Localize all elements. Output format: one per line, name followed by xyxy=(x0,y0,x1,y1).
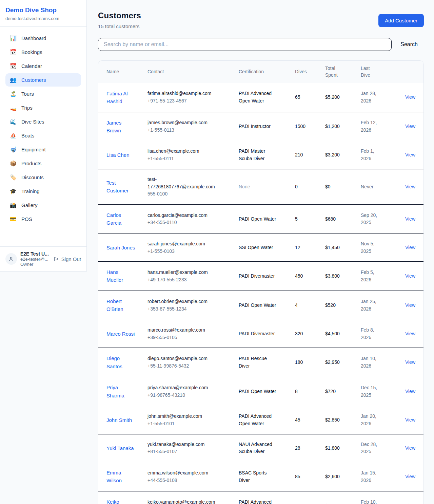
customer-name-link[interactable]: Fatima Al-Rashid xyxy=(106,90,136,106)
customer-certification: PADI Advanced Open Water xyxy=(239,499,279,504)
sidebar-item-discounts[interactable]: 🏷️ Discounts xyxy=(5,171,81,184)
view-link[interactable]: View xyxy=(405,216,415,222)
col-header-contact: Contact xyxy=(147,61,239,83)
nav-label: Equipment xyxy=(21,147,46,152)
customer-last-dive: Sep 20, 2025 xyxy=(361,212,381,226)
view-link[interactable]: View xyxy=(405,503,415,504)
sidebar-item-dashboard[interactable]: 📊 Dashboard xyxy=(5,32,81,45)
customer-count: 15 total customers xyxy=(98,23,141,29)
nav-label: Dashboard xyxy=(21,35,46,41)
col-header-action xyxy=(397,61,423,83)
view-link[interactable]: View xyxy=(405,359,415,365)
view-link[interactable]: View xyxy=(405,302,415,308)
customer-dives: 4 xyxy=(295,291,325,320)
view-link[interactable]: View xyxy=(405,445,415,451)
view-link[interactable]: View xyxy=(405,245,415,250)
customer-total-spent: $680 xyxy=(325,204,361,234)
customer-phone: +49-170-555-2233 xyxy=(147,276,236,284)
table-row: Sarah Jones sarah.jones@example.com +1-5… xyxy=(98,234,423,261)
add-customer-button[interactable]: Add Customer xyxy=(378,14,424,27)
sidebar-item-customers[interactable]: 👥 Customers xyxy=(5,73,81,87)
customer-name-link[interactable]: Hans Mueller xyxy=(106,268,136,284)
nav-label: Discounts xyxy=(21,174,44,180)
customer-last-dive: Jan 15, 2026 xyxy=(361,469,381,484)
nav-label: Bookings xyxy=(21,49,42,55)
customer-name-link[interactable]: Test Customer xyxy=(106,179,136,195)
customer-phone: +44-555-0108 xyxy=(147,477,236,484)
customer-dives: 0 xyxy=(295,169,325,204)
avatar xyxy=(5,253,17,265)
sidebar: Demo Dive Shop demo.test.divestreams.com… xyxy=(0,0,87,272)
customer-total-spent: $1,800 xyxy=(325,434,361,462)
customer-name-link[interactable]: Lisa Chen xyxy=(106,151,130,159)
customer-last-dive: Feb 1, 2026 xyxy=(361,148,381,162)
table-row: Marco Rossi marco.rossi@example.com +39-… xyxy=(98,320,423,348)
view-link[interactable]: View xyxy=(405,124,415,129)
customer-name-link[interactable]: John Smith xyxy=(106,416,132,424)
customer-email: marco.rossi@example.com xyxy=(147,326,205,334)
search-button[interactable]: Search xyxy=(392,41,424,48)
customer-name-link[interactable]: James Brown xyxy=(106,119,136,135)
sign-out-button[interactable]: Sign Out xyxy=(54,256,81,262)
sidebar-item-trips[interactable]: 🚤 Trips xyxy=(5,101,81,114)
search-input[interactable] xyxy=(98,38,392,51)
people-icon: 👥 xyxy=(9,77,17,83)
customer-name-link[interactable]: Marco Rossi xyxy=(106,330,135,338)
sidebar-item-calendar[interactable]: 📆 Calendar xyxy=(5,59,81,73)
table-row: Robert O'Brien robert.obrien@example.com… xyxy=(98,291,423,320)
sidebar-item-products[interactable]: 📦 Products xyxy=(5,157,81,170)
col-header-last-dive: Last Dive xyxy=(361,61,397,83)
sidebar-item-bookings[interactable]: 📅 Bookings xyxy=(5,45,81,59)
table-row: Hans Mueller hans.mueller@example.com +4… xyxy=(98,262,423,291)
customer-name-link[interactable]: Diego Santos xyxy=(106,354,136,370)
user-area: E2E Test U... e2e-tester@... Owner Sign … xyxy=(0,246,86,271)
customer-total-spent: $3,200 xyxy=(325,141,361,169)
view-link[interactable]: View xyxy=(405,152,415,157)
table-row: Priya Sharma priya.sharma@example.com +9… xyxy=(98,377,423,406)
customer-name-link[interactable]: Priya Sharma xyxy=(106,384,136,399)
customer-name-link[interactable]: Keiko Yamamoto xyxy=(106,498,136,504)
customer-last-dive: Jan 10, 2026 xyxy=(361,355,381,370)
customer-total-spent: $0 xyxy=(325,169,361,204)
sidebar-item-gallery[interactable]: 📸 Gallery xyxy=(5,199,81,212)
nav-label: Trips xyxy=(21,105,33,111)
customer-email: john.smith@example.com xyxy=(147,413,202,420)
customer-certification: PADI Open Water xyxy=(239,388,276,395)
speedboat-icon: 🚤 xyxy=(9,105,17,111)
col-header-dives: Dives xyxy=(295,61,325,83)
sidebar-item-pos[interactable]: 💳 POS xyxy=(5,212,81,226)
view-link[interactable]: View xyxy=(405,184,415,189)
view-link[interactable]: View xyxy=(405,94,415,100)
customer-dives: 180 xyxy=(295,348,325,377)
customer-phone: +39-555-0105 xyxy=(147,334,236,341)
customer-total-spent: $720 xyxy=(325,377,361,406)
sidebar-item-tours[interactable]: 🏝️ Tours xyxy=(5,87,81,100)
customer-total-spent: $4,500 xyxy=(325,320,361,348)
sidebar-item-training[interactable]: 🎓 Training xyxy=(5,185,81,198)
customer-last-dive: Feb 10, 2026 xyxy=(361,499,381,504)
customer-name-link[interactable]: Emma Wilson xyxy=(106,469,136,485)
customer-name-link[interactable]: Carlos Garcia xyxy=(106,211,136,227)
customer-phone: +55-11-99876-5432 xyxy=(147,362,236,370)
customer-phone: +81-555-0107 xyxy=(147,448,236,455)
wave-icon: 🌊 xyxy=(9,118,17,125)
table-row: Keiko Yamamoto keiko.yamamoto@example.co… xyxy=(98,491,423,504)
view-link[interactable]: View xyxy=(405,331,415,336)
customer-name-link[interactable]: Sarah Jones xyxy=(106,244,135,251)
customer-dives: 95 xyxy=(295,491,325,504)
view-link[interactable]: View xyxy=(405,474,415,479)
graduation-cap-icon: 🎓 xyxy=(9,188,17,194)
view-link[interactable]: View xyxy=(405,389,415,394)
customer-name-link[interactable]: Yuki Tanaka xyxy=(106,444,134,452)
view-link[interactable]: View xyxy=(405,273,415,279)
view-link[interactable]: View xyxy=(405,417,415,423)
sidebar-item-dive-sites[interactable]: 🌊 Dive Sites xyxy=(5,115,81,128)
customer-phone: +91-98765-43210 xyxy=(147,392,236,399)
page-header: Customers 15 total customers Add Custome… xyxy=(98,11,424,29)
customer-total-spent: $1,200 xyxy=(325,112,361,141)
table-header-row: Name Contact Certification Dives Total S… xyxy=(98,61,423,83)
customer-name-link[interactable]: Robert O'Brien xyxy=(106,297,136,313)
sidebar-item-equipment[interactable]: 🤿 Equipment xyxy=(5,143,81,156)
sidebar-item-boats[interactable]: ⛵ Boats xyxy=(5,129,81,142)
customer-email: james.brown@example.com xyxy=(147,119,208,127)
